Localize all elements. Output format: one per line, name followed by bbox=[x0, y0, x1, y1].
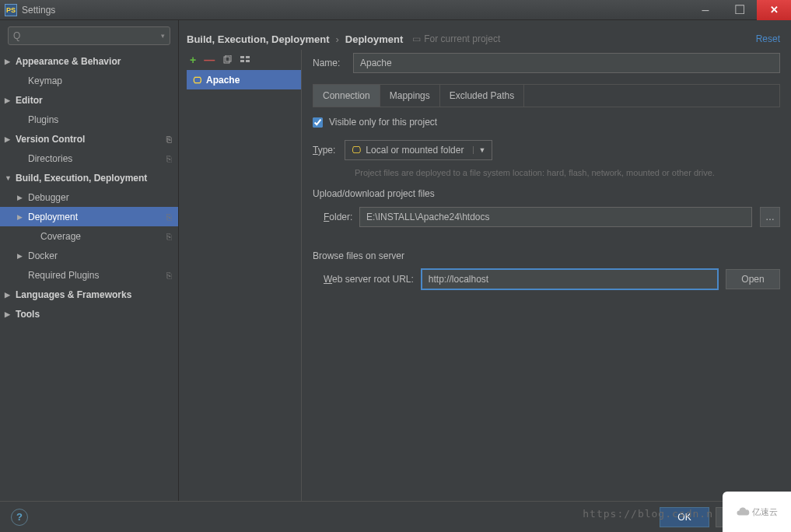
sidebar-item-label: Deployment bbox=[28, 212, 78, 222]
chevron-down-icon: ▾ bbox=[161, 32, 165, 40]
breadcrumb-separator: › bbox=[335, 33, 338, 45]
window-title: Settings bbox=[22, 5, 55, 16]
upload-section-label: Upload/download project files bbox=[313, 188, 780, 199]
sidebar-item-label: Editor bbox=[16, 95, 43, 106]
type-value: Local or mounted folder bbox=[366, 145, 464, 156]
svg-rect-0 bbox=[224, 57, 229, 63]
project-scope-icon: ⎘ bbox=[166, 212, 172, 222]
app-icon: PS bbox=[5, 4, 17, 16]
arrow-icon: ▶ bbox=[5, 291, 10, 299]
window-buttons: – ☐ ✕ bbox=[688, 0, 791, 20]
type-hint: Project files are deployed to a file sys… bbox=[313, 163, 780, 188]
arrow-icon: ▶ bbox=[5, 310, 10, 318]
breadcrumb: Build, Execution, Deployment › Deploymen… bbox=[187, 28, 780, 50]
svg-rect-4 bbox=[246, 56, 250, 58]
settings-tree: ▶Appearance & BehaviorKeymap▶EditorPlugi… bbox=[0, 51, 178, 324]
sidebar-item-tools[interactable]: ▶Tools bbox=[0, 304, 178, 324]
project-scope-icon: ⎘ bbox=[166, 154, 172, 163]
watermark: https://blog.csdn.n bbox=[583, 508, 713, 520]
sidebar-item-label: Build, Execution, Deployment bbox=[16, 173, 147, 184]
sidebar-item-coverage[interactable]: Coverage⎘ bbox=[0, 226, 178, 246]
server-folder-icon: 🖵 bbox=[193, 75, 201, 85]
maximize-button[interactable]: ☐ bbox=[723, 0, 757, 20]
svg-rect-1 bbox=[226, 55, 231, 61]
tabs: Connection Mappings Excluded Paths bbox=[313, 84, 780, 107]
corner-logo: 亿速云 bbox=[723, 492, 791, 532]
minimize-button[interactable]: – bbox=[688, 0, 723, 20]
name-input[interactable] bbox=[353, 53, 780, 73]
arrow-icon: ▶ bbox=[5, 58, 10, 65]
arrow-icon: ▶ bbox=[17, 213, 23, 221]
sidebar-item-label: Appearance & Behavior bbox=[16, 56, 121, 67]
folder-icon: 🖵 bbox=[352, 145, 361, 156]
main-panel: Build, Execution, Deployment › Deploymen… bbox=[179, 20, 791, 501]
close-button[interactable]: ✕ bbox=[757, 0, 791, 20]
sidebar-item-label: Version Control bbox=[16, 134, 85, 145]
sidebar-item-label: Directories bbox=[28, 153, 72, 164]
url-input[interactable] bbox=[422, 269, 718, 289]
open-button[interactable]: Open bbox=[726, 269, 780, 289]
sidebar-item-directories[interactable]: Directories⎘ bbox=[0, 149, 178, 168]
project-scope-icon: ⎘ bbox=[166, 135, 172, 144]
search-input[interactable]: Q ▾ bbox=[8, 26, 170, 45]
add-server-button[interactable]: + bbox=[190, 54, 196, 66]
tree-view-button[interactable] bbox=[240, 55, 250, 65]
server-item-label: Apache bbox=[206, 75, 240, 86]
breadcrumb-current: Deployment bbox=[345, 33, 403, 45]
breadcrumb-parent[interactable]: Build, Execution, Deployment bbox=[187, 33, 329, 45]
browse-folder-button[interactable]: … bbox=[760, 207, 780, 227]
sidebar-item-deployment[interactable]: ▶Deployment⎘ bbox=[0, 207, 178, 226]
server-list-panel: + — 🖵 Apache bbox=[187, 50, 302, 501]
sidebar-item-build-execution-deployment[interactable]: ▼Build, Execution, Deployment bbox=[0, 168, 178, 187]
chevron-down-icon: ▼ bbox=[473, 146, 485, 154]
arrow-icon: ▶ bbox=[5, 135, 10, 143]
sidebar-item-label: Debugger bbox=[28, 192, 69, 203]
server-toolbar: + — bbox=[187, 50, 301, 70]
type-combo[interactable]: 🖵 Local or mounted folder ▼ bbox=[345, 140, 492, 160]
server-item-apache[interactable]: 🖵 Apache bbox=[187, 70, 301, 89]
sidebar-item-label: Keymap bbox=[28, 75, 62, 86]
arrow-icon: ▶ bbox=[17, 252, 23, 260]
sidebar-item-plugins[interactable]: Plugins bbox=[0, 110, 178, 129]
visible-only-label: Visible only for this project bbox=[329, 117, 437, 128]
form-area: Name: Connection Mappings Excluded Paths… bbox=[302, 50, 780, 501]
sidebar-item-editor[interactable]: ▶Editor bbox=[0, 90, 178, 110]
sidebar-item-label: Languages & Frameworks bbox=[16, 289, 131, 300]
sidebar-item-label: Tools bbox=[16, 309, 40, 320]
sidebar-item-appearance-behavior[interactable]: ▶Appearance & Behavior bbox=[0, 51, 178, 71]
svg-rect-2 bbox=[240, 56, 244, 58]
cloud-icon bbox=[736, 505, 750, 519]
folder-input[interactable] bbox=[359, 207, 752, 227]
svg-rect-3 bbox=[240, 60, 244, 62]
visible-only-checkbox[interactable] bbox=[313, 117, 323, 128]
svg-rect-5 bbox=[246, 60, 250, 62]
folder-label: Folder: bbox=[313, 212, 352, 222]
tab-mappings[interactable]: Mappings bbox=[380, 85, 440, 107]
type-label: Type: bbox=[313, 145, 335, 156]
arrow-icon: ▶ bbox=[17, 194, 23, 201]
sidebar: Q ▾ ▶Appearance & BehaviorKeymap▶EditorP… bbox=[0, 20, 179, 501]
arrow-icon: ▶ bbox=[5, 96, 10, 104]
sidebar-item-version-control[interactable]: ▶Version Control⎘ bbox=[0, 129, 178, 149]
tab-excluded-paths[interactable]: Excluded Paths bbox=[440, 85, 524, 107]
sidebar-item-label: Plugins bbox=[28, 114, 58, 125]
sidebar-item-keymap[interactable]: Keymap bbox=[0, 71, 178, 90]
help-button[interactable]: ? bbox=[11, 509, 28, 526]
url-label: Web server root URL: bbox=[313, 274, 414, 285]
project-icon: ▭ bbox=[412, 33, 421, 44]
project-scope-icon: ⎘ bbox=[166, 232, 172, 241]
search-icon: Q bbox=[13, 30, 20, 41]
remove-server-button[interactable]: — bbox=[204, 54, 215, 66]
sidebar-item-required-plugins[interactable]: Required Plugins⎘ bbox=[0, 265, 178, 285]
tab-connection[interactable]: Connection bbox=[313, 85, 380, 107]
reset-link[interactable]: Reset bbox=[756, 33, 780, 44]
browse-section-label: Browse files on server bbox=[313, 250, 780, 261]
project-scope-icon: ⎘ bbox=[166, 271, 172, 280]
name-label: Name: bbox=[313, 58, 353, 68]
copy-button[interactable] bbox=[222, 55, 233, 65]
project-hint: ▭ For current project bbox=[412, 33, 500, 44]
sidebar-item-docker[interactable]: ▶Docker bbox=[0, 246, 178, 265]
sidebar-item-debugger[interactable]: ▶Debugger bbox=[0, 187, 178, 207]
titlebar: PS Settings – ☐ ✕ bbox=[0, 0, 791, 20]
sidebar-item-languages-frameworks[interactable]: ▶Languages & Frameworks bbox=[0, 285, 178, 304]
